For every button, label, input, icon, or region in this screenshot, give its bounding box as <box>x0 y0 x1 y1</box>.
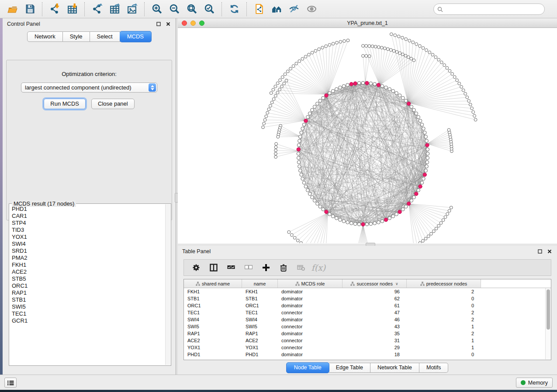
open-file-button[interactable] <box>3 1 21 17</box>
refresh-button[interactable] <box>225 1 243 17</box>
result-node[interactable]: SWI4 <box>12 241 165 248</box>
tab-mcds[interactable]: MCDS <box>120 31 152 42</box>
cell-shared_name[interactable]: FKH1 <box>184 288 242 295</box>
cell-name[interactable]: ACE2 <box>242 337 278 344</box>
cell-shared_name[interactable]: PHD1 <box>184 351 242 358</box>
column-header-name[interactable]: name <box>242 279 278 288</box>
result-node[interactable]: FKH1 <box>12 261 165 268</box>
cell-mcds_role[interactable]: dominator <box>278 295 343 302</box>
result-node[interactable]: STB1 <box>12 296 165 303</box>
run-mcds-button[interactable]: Run MCDS <box>44 99 86 109</box>
memory-button[interactable]: Memory <box>516 378 553 388</box>
result-node[interactable]: STP4 <box>12 220 165 227</box>
cell-shared_name[interactable]: SWI5 <box>184 323 242 330</box>
cell-name[interactable]: TEC1 <box>242 309 278 316</box>
cell-mcds_role[interactable]: connector <box>278 344 343 351</box>
cell-mcds_role[interactable]: dominator <box>278 351 343 358</box>
cell-name[interactable]: STB1 <box>242 295 278 302</box>
cell-successor_nodes[interactable]: 62 <box>343 295 407 302</box>
cell-shared_name[interactable]: TEC1 <box>184 309 242 316</box>
result-node[interactable]: TID3 <box>12 227 165 234</box>
column-header-shared-name[interactable]: shared name <box>184 279 242 288</box>
scrollbar-thumb[interactable] <box>547 289 550 330</box>
cell-predecessor_nodes[interactable]: 2 <box>407 330 481 337</box>
cell-mcds_role[interactable]: connector <box>278 309 343 316</box>
cell-mcds_role[interactable]: connector <box>278 323 343 330</box>
show-selected-button[interactable] <box>303 1 320 17</box>
columns-button[interactable] <box>206 261 221 274</box>
close-panel-button[interactable]: Close panel <box>91 99 135 109</box>
select-all-button[interactable] <box>223 261 239 274</box>
cell-predecessor_nodes[interactable]: 0 <box>407 302 481 309</box>
delete-row-button[interactable] <box>276 261 291 274</box>
home-button[interactable] <box>268 1 285 17</box>
cell-mcds_role[interactable]: connector <box>278 337 343 344</box>
add-row-button[interactable] <box>258 261 274 274</box>
cell-successor_nodes[interactable]: 31 <box>343 337 407 344</box>
deselect-all-button[interactable] <box>241 261 256 274</box>
table-row[interactable]: STB1STB1dominator620 <box>184 295 545 302</box>
cell-shared_name[interactable]: STB1 <box>184 295 242 302</box>
table-row[interactable]: SWI5SWI5connector431 <box>184 323 545 330</box>
cell-name[interactable]: ORC1 <box>242 302 278 309</box>
table-row[interactable]: ACE2ACE2connector311 <box>184 337 545 344</box>
cell-name[interactable]: SWI5 <box>242 323 278 330</box>
table-row[interactable]: SWI4SWI4dominator462 <box>184 316 545 323</box>
optimization-criterion-select[interactable]: largest connected component (undirected) <box>21 83 157 93</box>
cell-successor_nodes[interactable]: 35 <box>343 330 407 337</box>
table-row[interactable]: ORC1ORC1dominator610 <box>184 302 545 309</box>
result-node[interactable]: ORC1 <box>12 282 165 289</box>
cell-shared_name[interactable]: YOX1 <box>184 344 242 351</box>
cell-predecessor_nodes[interactable]: 1 <box>407 337 481 344</box>
column-header-MCDS-role[interactable]: MCDS role <box>278 279 343 288</box>
result-node[interactable]: SRD1 <box>12 248 165 254</box>
cell-mcds_role[interactable]: dominator <box>278 330 343 337</box>
zoom-out-button[interactable] <box>166 1 183 17</box>
tab-select[interactable]: Select <box>90 31 120 42</box>
network-window-titlebar[interactable]: YPA_prune.txt_1 <box>178 18 557 28</box>
cell-name[interactable]: PHD1 <box>242 351 278 358</box>
result-node[interactable]: YOX1 <box>12 234 165 241</box>
network-from-file-button[interactable] <box>250 1 268 17</box>
save-session-button[interactable] <box>21 1 38 17</box>
search-box[interactable] <box>433 3 545 15</box>
table-row[interactable]: FKH1FKH1dominator962 <box>184 288 545 295</box>
result-scrollbar[interactable] <box>165 204 170 365</box>
cell-successor_nodes[interactable]: 46 <box>343 316 407 323</box>
cell-predecessor_nodes[interactable]: 2 <box>407 288 481 295</box>
cell-successor_nodes[interactable]: 43 <box>343 323 407 330</box>
column-header-successor-nodes[interactable]: successor nodes∨ <box>343 279 407 288</box>
cell-successor_nodes[interactable]: 61 <box>343 302 407 309</box>
result-node[interactable]: SWI5 <box>12 303 165 310</box>
table-scrollbar[interactable] <box>545 288 551 359</box>
tab-network-table[interactable]: Network Table <box>370 363 419 373</box>
network-view-canvas[interactable] <box>178 28 557 243</box>
table-row[interactable]: TEC1TEC1connector472 <box>184 309 545 316</box>
zoom-in-button[interactable] <box>148 1 166 17</box>
search-input[interactable] <box>445 6 541 13</box>
hide-selected-button[interactable] <box>285 1 303 17</box>
show-panels-button[interactable] <box>4 378 17 388</box>
column-header-predecessor-nodes[interactable]: predecessor nodes <box>407 279 481 288</box>
result-node[interactable]: RAP1 <box>12 289 165 296</box>
cell-name[interactable]: FKH1 <box>242 288 278 295</box>
cell-successor_nodes[interactable]: 47 <box>343 309 407 316</box>
cell-name[interactable]: SWI4 <box>242 316 278 323</box>
cell-shared_name[interactable]: ORC1 <box>184 302 242 309</box>
zoom-selected-button[interactable] <box>201 1 218 17</box>
export-table-button[interactable] <box>106 1 123 17</box>
cell-successor_nodes[interactable]: 29 <box>343 344 407 351</box>
cell-predecessor_nodes[interactable]: 0 <box>407 351 481 358</box>
float-panel-icon[interactable] <box>536 248 543 255</box>
cell-predecessor_nodes[interactable]: 2 <box>407 309 481 316</box>
cell-predecessor_nodes[interactable]: 2 <box>407 316 481 323</box>
close-panel-icon[interactable] <box>546 248 553 255</box>
result-node[interactable]: STB5 <box>12 275 165 282</box>
cell-predecessor_nodes[interactable]: 0 <box>407 295 481 302</box>
import-table-button[interactable] <box>63 1 81 17</box>
cell-mcds_role[interactable]: dominator <box>278 302 343 309</box>
result-node[interactable]: PHD1 <box>12 206 165 213</box>
cell-shared_name[interactable]: RAP1 <box>184 330 242 337</box>
result-node[interactable]: GCR1 <box>12 317 165 324</box>
table-row[interactable]: YOX1YOX1connector291 <box>184 344 545 351</box>
